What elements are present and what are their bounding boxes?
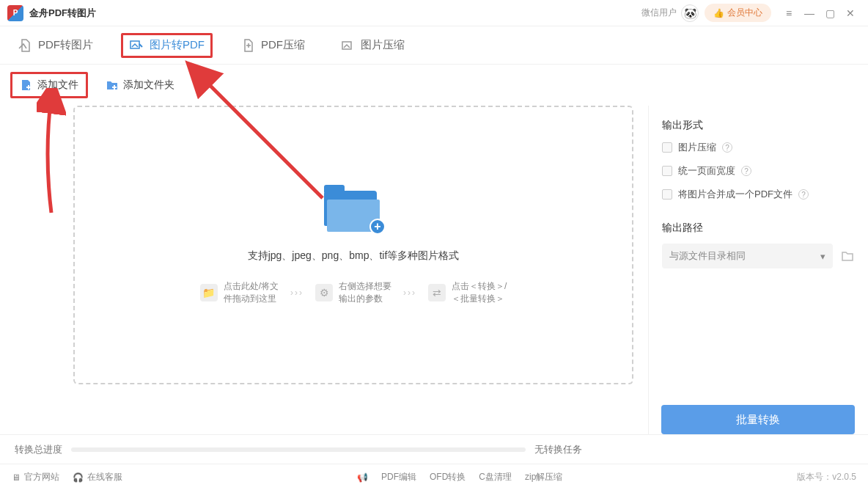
svg-rect-3 bbox=[28, 85, 29, 89]
folder-add-icon bbox=[106, 78, 119, 92]
horn-icon: 📢 bbox=[357, 472, 368, 483]
pdf-compress-icon bbox=[240, 38, 255, 53]
tab-pdf-to-image[interactable]: PDF转图片 bbox=[10, 34, 100, 57]
convert-icon: ⇄ bbox=[428, 284, 446, 301]
arrow-icon: ››› bbox=[403, 288, 416, 298]
checkbox[interactable] bbox=[662, 142, 672, 153]
toolbar: 添加文件 添加文件夹 bbox=[0, 65, 868, 106]
support-text: 支持jpg、jpeg、png、bmp、tif等多种图片格式 bbox=[248, 249, 460, 263]
step-2: ⚙ 右侧选择想要输出的参数 bbox=[315, 280, 391, 305]
step-3: ⇄ 点击＜转换＞/＜批量转换＞ bbox=[428, 280, 507, 305]
progress-row: 转换总进度 无转换任务 bbox=[0, 434, 868, 464]
dropzone[interactable]: + 支持jpg、jpeg、png、bmp、tif等多种图片格式 📁 点击此处/将… bbox=[73, 106, 633, 384]
folder-icon: 📁 bbox=[200, 284, 218, 301]
maximize-icon[interactable]: ▢ bbox=[820, 3, 840, 23]
wechat-user-label: 微信用户 bbox=[641, 7, 677, 19]
add-file-button[interactable]: 添加文件 bbox=[10, 72, 88, 98]
thumbs-up-icon: 👍 bbox=[713, 8, 724, 18]
browse-folder-icon[interactable] bbox=[840, 249, 855, 263]
option-uniform-width[interactable]: 统一页面宽度 ? bbox=[662, 164, 855, 178]
tool-pdf-edit[interactable]: PDF编辑 bbox=[381, 471, 416, 483]
progress-label: 转换总进度 bbox=[15, 443, 62, 456]
help-icon[interactable]: ? bbox=[741, 166, 751, 176]
minimize-icon[interactable]: — bbox=[799, 3, 820, 23]
option-image-compress[interactable]: 图片压缩 ? bbox=[662, 141, 855, 154]
right-panel: 输出形式 图片压缩 ? 统一页面宽度 ? 将图片合并成一个PDF文件 ? 输出路… bbox=[648, 106, 868, 434]
member-center-button[interactable]: 👍 会员中心 bbox=[705, 4, 771, 22]
batch-convert-button[interactable]: 批量转换 bbox=[661, 405, 855, 434]
pdf-to-image-icon bbox=[18, 38, 32, 53]
statusbar: 🖥 官方网站 🎧 在线客服 📢 PDF编辑 OFD转换 C盘清理 zip解压缩 … bbox=[0, 464, 868, 490]
app-title: 金舟PDF转图片 bbox=[29, 7, 96, 20]
checkbox[interactable] bbox=[662, 189, 672, 200]
settings-icon: ⚙ bbox=[315, 284, 333, 301]
output-path-title: 输出路径 bbox=[662, 222, 855, 235]
close-icon[interactable]: ✕ bbox=[840, 3, 861, 23]
folder-plus-icon: + bbox=[324, 185, 383, 232]
tool-zip[interactable]: zip解压缩 bbox=[525, 471, 562, 483]
tab-pdf-compress[interactable]: PDF压缩 bbox=[233, 34, 312, 57]
file-add-icon bbox=[20, 78, 33, 92]
user-avatar-icon[interactable]: 🐼 bbox=[681, 4, 699, 22]
progress-status: 无转换任务 bbox=[534, 443, 582, 456]
svg-rect-5 bbox=[114, 85, 115, 89]
tool-ofd-convert[interactable]: OFD转换 bbox=[430, 471, 466, 483]
official-site-link[interactable]: 🖥 官方网站 bbox=[12, 471, 59, 483]
help-icon[interactable]: ? bbox=[798, 189, 809, 200]
menu-icon[interactable]: ≡ bbox=[779, 3, 799, 23]
headset-icon: 🎧 bbox=[73, 472, 84, 483]
steps: 📁 点击此处/将文件拖动到这里 ››› ⚙ 右侧选择想要输出的参数 ››› ⇄ … bbox=[200, 280, 507, 305]
output-format-title: 输出形式 bbox=[662, 119, 855, 132]
tab-image-compress[interactable]: 图片压缩 bbox=[333, 34, 412, 57]
main-tabs: PDF转图片 图片转PDF PDF压缩 图片压缩 bbox=[0, 26, 868, 65]
help-icon[interactable]: ? bbox=[722, 142, 732, 153]
image-to-pdf-icon bbox=[129, 38, 144, 53]
online-support-link[interactable]: 🎧 在线客服 bbox=[73, 471, 122, 483]
add-folder-button[interactable]: 添加文件夹 bbox=[98, 74, 182, 96]
arrow-icon: ››› bbox=[290, 288, 304, 298]
app-icon: P bbox=[7, 5, 23, 21]
monitor-icon: 🖥 bbox=[12, 472, 21, 483]
tab-image-to-pdf[interactable]: 图片转PDF bbox=[121, 33, 213, 58]
version-label: 版本号：v2.0.5 bbox=[797, 471, 856, 483]
step-1: 📁 点击此处/将文件拖动到这里 bbox=[200, 280, 279, 305]
image-compress-icon bbox=[340, 38, 355, 53]
option-merge-pdf[interactable]: 将图片合并成一个PDF文件 ? bbox=[662, 188, 855, 201]
tool-c-clean[interactable]: C盘清理 bbox=[479, 471, 512, 483]
chevron-down-icon: ▾ bbox=[820, 251, 825, 262]
output-path-select[interactable]: 与源文件目录相同 ▾ bbox=[662, 244, 833, 268]
checkbox[interactable] bbox=[662, 166, 672, 176]
progress-track bbox=[71, 447, 526, 452]
